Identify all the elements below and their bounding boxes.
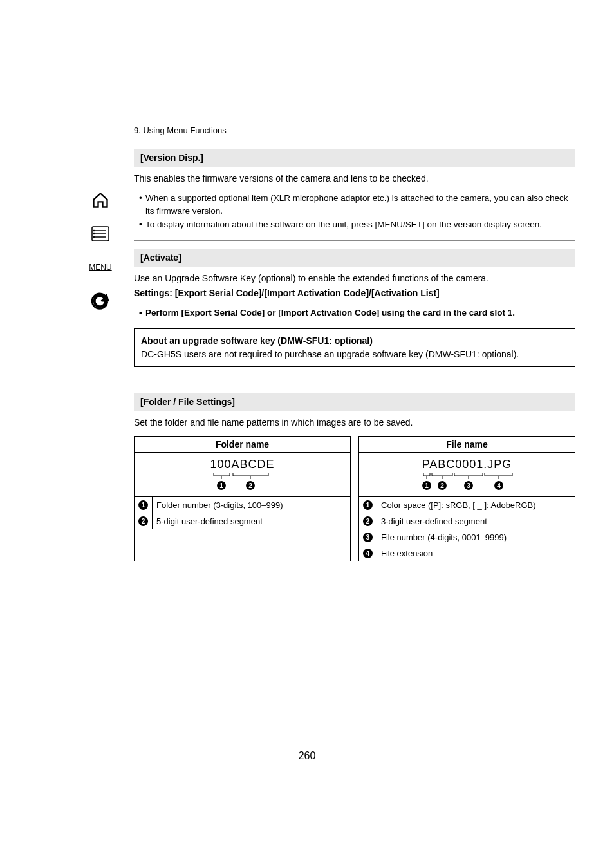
- svg-text:2: 2: [248, 482, 252, 489]
- file-example-text: PABC0001.JPG: [362, 458, 572, 471]
- file-name-col: File name PABC0001.JPG 1 2 3: [358, 436, 575, 561]
- num-circle-3: 3: [363, 533, 373, 542]
- legend-text: 3-digit user-defined segment: [377, 513, 575, 529]
- legend-text: 5-digit user-defined segment: [153, 513, 351, 529]
- folder-legend: 1 Folder number (3-digits, 100–999) 2 5-…: [135, 496, 350, 529]
- num-circle-2: 2: [363, 516, 373, 526]
- num-circle-4: 4: [363, 549, 373, 558]
- list-item: When a supported optional item (XLR micr…: [139, 192, 575, 218]
- section-activate: [Activate]: [134, 249, 575, 267]
- activate-note: About an upgrade software key (DMW-SFU1:…: [134, 328, 575, 367]
- sidebar-nav: MENU: [90, 190, 111, 311]
- home-icon[interactable]: [90, 190, 111, 211]
- menu-icon[interactable]: MENU: [90, 257, 111, 278]
- list-item: Perform [Export Serial Code] or [Import …: [139, 307, 575, 319]
- svg-text:1: 1: [219, 482, 223, 489]
- svg-text:1: 1: [425, 482, 429, 489]
- file-col-header: File name: [359, 437, 575, 453]
- toc-icon[interactable]: [90, 223, 111, 244]
- folder-bracket-diagram: 1 2: [201, 473, 284, 492]
- svg-point-6: [94, 237, 95, 238]
- svg-point-5: [94, 234, 95, 234]
- back-icon[interactable]: [90, 290, 111, 311]
- num-circle-1: 1: [138, 500, 148, 510]
- chapter-header: 9. Using Menu Functions: [134, 126, 575, 137]
- section-folder-file: [Folder / File Settings]: [134, 393, 575, 411]
- legend-text: File extension: [377, 545, 575, 561]
- activate-perform-list: Perform [Export Serial Code] or [Import …: [134, 307, 575, 319]
- folder-file-desc: Set the folder and file name patterns in…: [134, 416, 575, 429]
- legend-text: File number (4-digits, 0001–9999): [377, 529, 575, 545]
- num-circle-2: 2: [138, 516, 148, 526]
- note-title: About an upgrade software key (DMW-SFU1:…: [141, 334, 568, 348]
- file-bracket-diagram: 1 2 3 4: [411, 473, 523, 492]
- legend-text: Color space ([P]: sRGB, [ _ ]: AdobeRGB): [377, 497, 575, 513]
- table-row: 2 3-digit user-defined segment: [359, 513, 575, 529]
- version-disp-notes: When a supported optional item (XLR micr…: [134, 192, 575, 231]
- file-example: PABC0001.JPG 1 2 3 4: [359, 453, 575, 496]
- page-number[interactable]: 260: [0, 750, 614, 762]
- section-version-disp: [Version Disp.]: [134, 149, 575, 167]
- folder-example: 100ABCDE 1 2: [135, 453, 350, 496]
- table-row: 1 Color space ([P]: sRGB, [ _ ]: AdobeRG…: [359, 497, 575, 513]
- svg-point-4: [94, 231, 95, 231]
- table-row: 1 Folder number (3-digits, 100–999): [135, 497, 350, 513]
- svg-text:3: 3: [467, 482, 470, 489]
- table-row: 4 File extension: [359, 545, 575, 561]
- note-body: DC-GH5S users are not required to purcha…: [141, 348, 568, 361]
- svg-text:2: 2: [440, 482, 444, 489]
- table-row: 3 File number (4-digits, 0001–9999): [359, 529, 575, 545]
- list-item: To display information about the softwar…: [139, 218, 575, 231]
- svg-text:4: 4: [497, 482, 501, 489]
- legend-text: Folder number (3-digits, 100–999): [153, 497, 351, 513]
- folder-file-layout: Folder name 100ABCDE 1 2: [134, 436, 575, 561]
- activate-settings: Settings: [Export Serial Code]/[Import A…: [134, 287, 575, 300]
- folder-name-col: Folder name 100ABCDE 1 2: [134, 436, 351, 561]
- folder-col-header: Folder name: [135, 437, 350, 453]
- file-legend: 1 Color space ([P]: sRGB, [ _ ]: AdobeRG…: [359, 496, 575, 561]
- folder-example-text: 100ABCDE: [137, 458, 348, 471]
- num-circle-1: 1: [363, 500, 373, 510]
- table-row: 2 5-digit user-defined segment: [135, 513, 350, 529]
- activate-desc: Use an Upgrade Software Key (optional) t…: [134, 272, 575, 285]
- version-disp-desc: This enables the firmware versions of th…: [134, 172, 575, 185]
